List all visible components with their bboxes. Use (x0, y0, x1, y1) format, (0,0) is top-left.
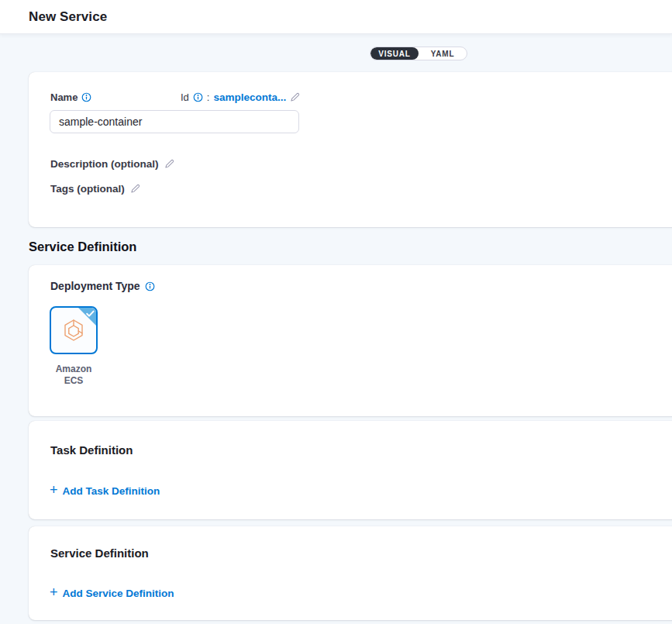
page-header: New Service (0, 0, 672, 34)
description-row: Description (optional) (50, 158, 174, 170)
edit-pencil-icon[interactable] (130, 184, 140, 194)
visual-yaml-toggle[interactable]: VISUAL YAML (370, 47, 467, 60)
service-definition-heading: Service Definition (50, 546, 149, 560)
add-task-definition-label: Add Task Definition (63, 485, 160, 497)
add-service-definition-button[interactable]: + Add Service Definition (50, 588, 174, 599)
tags-row: Tags (optional) (50, 183, 140, 195)
add-task-definition-button[interactable]: + Add Task Definition (50, 485, 160, 497)
toggle-visual-button[interactable]: VISUAL (370, 47, 419, 60)
tags-label: Tags (optional) (50, 183, 125, 195)
plus-icon: + (50, 485, 58, 495)
add-service-definition-label: Add Service Definition (63, 588, 174, 599)
service-definition-section-heading: Service Definition (29, 240, 136, 254)
id-colon: : (207, 91, 210, 103)
service-name-input[interactable] (50, 110, 299, 133)
edit-pencil-icon[interactable] (164, 159, 174, 169)
task-definition-card: Task Definition + Add Task Definition (29, 421, 672, 519)
tile-caption-line1: Amazon (41, 364, 106, 375)
deployment-type-card: Deployment Type (29, 265, 672, 416)
name-label: Name (50, 91, 78, 103)
id-label: Id (181, 91, 189, 103)
id-value-link[interactable]: sampleconta... (213, 91, 286, 103)
deployment-type-label-row: Deployment Type (50, 280, 155, 292)
info-icon[interactable] (81, 92, 91, 102)
description-label: Description (optional) (50, 158, 159, 170)
info-icon[interactable] (193, 92, 203, 102)
deployment-tile-caption: Amazon ECS (41, 364, 106, 387)
info-icon[interactable] (145, 281, 155, 291)
plus-icon: + (50, 588, 58, 598)
name-label-row: Name (50, 91, 91, 103)
page-title: New Service (29, 9, 107, 25)
edit-pencil-icon[interactable] (290, 92, 300, 102)
deployment-tile-amazon-ecs[interactable] (50, 306, 98, 354)
selected-check-icon (78, 308, 96, 326)
id-row: Id : sampleconta... (181, 91, 300, 103)
task-definition-heading: Task Definition (50, 443, 133, 457)
toggle-yaml-button[interactable]: YAML (419, 47, 467, 60)
about-service-card: Name Id : sampleconta... Descri (29, 72, 672, 227)
service-definition-card: Service Definition + Add Service Definit… (29, 526, 672, 620)
tile-caption-line2: ECS (41, 375, 106, 387)
deployment-type-label: Deployment Type (50, 280, 140, 292)
